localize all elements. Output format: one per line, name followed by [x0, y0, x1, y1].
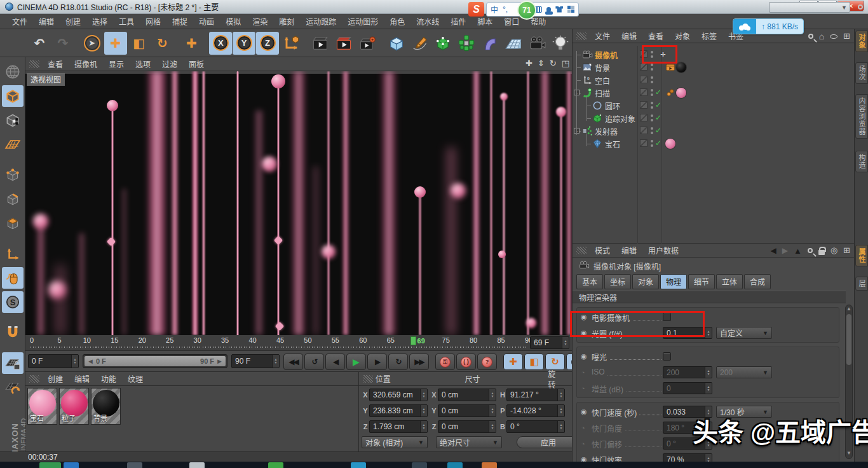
tweak-mode-button[interactable] [2, 267, 24, 289]
toggle-view-icon[interactable]: ◳ [562, 59, 569, 68]
visibility-dots[interactable] [651, 89, 653, 98]
object-manager-add-panel-icon[interactable]: ⊞ [843, 32, 850, 40]
animation-dot-icon[interactable]: ◉ [581, 408, 589, 416]
goto-start-button[interactable]: ◀◀ [283, 354, 303, 370]
ime-punctuation-icon[interactable]: °, [503, 5, 508, 14]
ime-profile-icon[interactable] [546, 7, 552, 12]
panel-grip[interactable] [576, 32, 587, 40]
coordinate-system-button[interactable] [280, 32, 302, 55]
visibility-dots[interactable] [651, 102, 653, 111]
panel-grip[interactable] [576, 247, 587, 254]
material-thumb-0[interactable]: 宝石 [27, 388, 57, 425]
param-value-field[interactable]: 70 %▲▼ [663, 453, 712, 462]
dock-tab-场次[interactable]: 场次 [855, 62, 868, 84]
material-menu-item-2[interactable]: 功能 [95, 371, 122, 386]
animation-dot-icon[interactable]: ◔ [581, 385, 589, 392]
undo-button[interactable]: ↶ [28, 32, 51, 55]
workplane-mode-button[interactable] [2, 134, 24, 155]
attribute-manager-track-icon[interactable]: ◎ [831, 247, 837, 254]
spinner-icon[interactable]: ▲▼ [705, 367, 712, 378]
render-view-button[interactable] [309, 32, 332, 55]
scroll-up-icon[interactable]: ▲ [846, 306, 852, 313]
menubar-item-2[interactable]: 创建 [60, 14, 86, 29]
viewport-menu-item-2[interactable]: 显示 [103, 57, 130, 71]
texture-mode-button[interactable] [2, 109, 24, 131]
menubar-item-5[interactable]: 网格 [140, 14, 166, 29]
dock-tab-对象[interactable]: 对象 [855, 31, 868, 52]
enabled-check-icon[interactable]: ✓ [655, 88, 661, 97]
visibility-dots[interactable] [651, 140, 653, 149]
cloud-upload-badge[interactable]: ↑ 881 KB/s [733, 18, 804, 34]
menubar-item-14[interactable]: 流水线 [410, 14, 445, 29]
attribute-menu-item-2[interactable]: 用户数据 [642, 243, 684, 258]
visibility-dots[interactable] [651, 114, 653, 123]
menubar-item-11[interactable]: 运动跟踪 [300, 14, 342, 29]
edit-render-settings-button[interactable] [356, 32, 379, 55]
scale-tool-button[interactable]: ◧ [128, 32, 151, 55]
object-row-7[interactable]: 宝石 [573, 137, 855, 150]
animation-dot-icon[interactable]: ◔ [581, 369, 589, 376]
enable-axis-mode-button[interactable] [2, 243, 24, 265]
interface-layout-dropdown[interactable]: ▼ [769, 2, 850, 13]
spinner-icon[interactable]: ▲▼ [705, 383, 712, 394]
rotate-tool-button[interactable]: ↻ [151, 32, 174, 55]
size-z-field[interactable]: 0 cm▲▼ [438, 420, 496, 433]
workplane-lock-button[interactable] [2, 352, 24, 374]
ime-bar[interactable]: 中 °, 71 [486, 3, 579, 17]
panel-grip[interactable] [363, 375, 373, 383]
key-position-toggle[interactable]: ✚ [503, 354, 523, 370]
dock-tab-构造[interactable]: 构造 [855, 151, 868, 172]
attribute-tab-3[interactable]: 物理 [660, 274, 687, 289]
spinner-icon[interactable]: ▲▼ [489, 389, 496, 401]
object-name[interactable]: 圆环 [605, 100, 620, 111]
windows-taskbar[interactable] [0, 462, 868, 468]
taskbar-item-8[interactable] [482, 462, 497, 468]
menubar-item-9[interactable]: 渲染 [247, 14, 273, 29]
menubar-item-1[interactable]: 编辑 [33, 14, 60, 29]
layer-color-chip[interactable] [640, 139, 648, 147]
viewport-view-label[interactable]: 透视视图 [27, 73, 65, 86]
last-used-move-tool-button[interactable]: ✚ [180, 32, 203, 55]
scroll-down-icon[interactable]: ▼ [846, 450, 852, 458]
taskbar-item-3[interactable] [189, 462, 205, 468]
add-spline-pen-button[interactable] [409, 32, 431, 55]
param-value-field[interactable]: 200▲▼ [663, 366, 712, 378]
object-row-1[interactable]: 背景 [573, 61, 855, 74]
redo-button[interactable]: ↷ [51, 32, 74, 55]
object-name[interactable]: 摄像机 [595, 50, 618, 60]
taskbar-item-4[interactable] [268, 462, 283, 468]
panel-grip[interactable] [29, 60, 39, 68]
material-thumb-2[interactable]: 背景 [91, 388, 121, 425]
visibility-dots[interactable] [651, 127, 653, 136]
menubar-item-6[interactable]: 捕捉 [166, 14, 193, 29]
attribute-tab-5[interactable]: 立体 [716, 274, 743, 289]
taskbar-item-2[interactable] [127, 462, 142, 468]
enabled-check-icon[interactable]: ✓ [655, 126, 661, 135]
spinner-icon[interactable]: ▲▼ [705, 454, 712, 462]
position-z-field[interactable]: 1.793 cm▲▼ [369, 420, 428, 433]
size-y-field[interactable]: 0 cm▲▼ [438, 404, 496, 417]
animation-dot-icon[interactable]: ◉ [581, 455, 589, 462]
object-name[interactable]: 发射器 [595, 126, 618, 137]
timeline-ruler[interactable]: 0510152025303540455055606575808590 69 69… [25, 335, 572, 351]
rotation-h-field[interactable]: 91.217 °▲▼ [506, 389, 565, 401]
range-end-field[interactable]: 90 F▲▼ [231, 354, 280, 368]
previous-key-button[interactable]: ↺ [304, 354, 324, 370]
viewport-menu-item-5[interactable]: 面板 [183, 57, 210, 71]
menubar-item-13[interactable]: 角色 [384, 14, 410, 29]
ime-mode-chinese[interactable]: 中 [491, 4, 498, 15]
zoom-view-icon[interactable]: ⇕ [538, 59, 545, 68]
scrollbar-thumb[interactable] [846, 314, 851, 365]
lock-y-axis-button[interactable]: Y [233, 32, 255, 55]
animation-dot-icon[interactable]: ◉ [581, 352, 589, 361]
current-frame-field[interactable]: 69 F▲▼ [530, 336, 569, 349]
spinner-icon[interactable]: ▲▼ [557, 421, 564, 432]
object-manager-search-icon[interactable] [808, 34, 813, 39]
menubar-item-12[interactable]: 运动图形 [342, 14, 384, 29]
object-manager-menu-item-3[interactable]: 对象 [669, 29, 696, 43]
attribute-tab-0[interactable]: 基本 [576, 274, 603, 289]
keyframe-selection-button[interactable]: ? [477, 354, 497, 370]
object-name[interactable]: 背景 [595, 62, 610, 73]
dock-tab-属性[interactable]: 属性 [855, 245, 868, 266]
ime-level-badge[interactable]: 71 [517, 1, 536, 20]
